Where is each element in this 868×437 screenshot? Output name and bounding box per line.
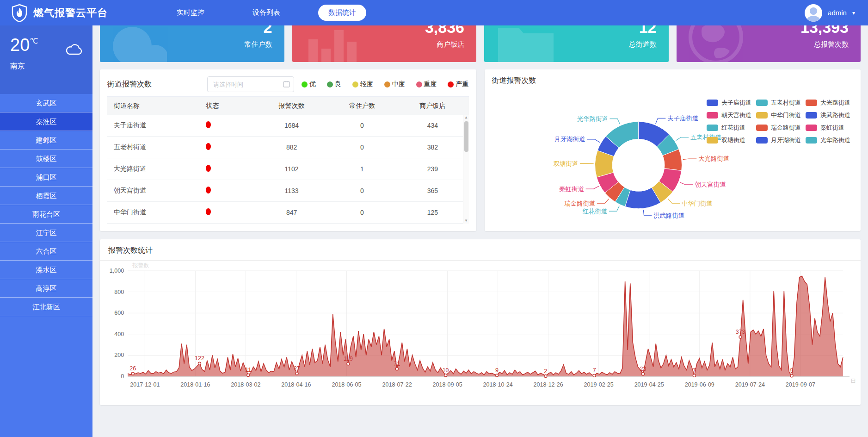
sidebar-item-district[interactable]: 栖霞区 [0, 187, 92, 205]
scroll-down-icon[interactable]: ▼ [463, 218, 469, 224]
donut-legend-item[interactable]: 秦虹街道 [806, 124, 850, 132]
data-point-marker[interactable] [693, 374, 696, 377]
scrollbar-thumb[interactable] [464, 121, 468, 152]
data-point-marker[interactable] [593, 374, 596, 377]
y-axis-tick-label: 0 [121, 373, 124, 380]
sidebar-item-district[interactable]: 浦口区 [0, 168, 92, 187]
data-point-marker[interactable] [544, 375, 547, 378]
alarm-status-dot [206, 143, 211, 150]
alarm-status-dot [206, 187, 211, 194]
donut-legend-item[interactable]: 月牙湖街道 [756, 136, 801, 144]
donut-legend-item[interactable]: 洪武路街道 [806, 111, 850, 119]
nav-item-1[interactable]: 设备列表 [242, 5, 290, 21]
residents-cell: 0 [328, 209, 396, 216]
data-point-label: 119 [344, 356, 353, 362]
user-avatar[interactable] [805, 4, 822, 22]
alarm-status-dot [206, 165, 211, 172]
street-name-cell: 五老村街道 [107, 143, 201, 151]
user-area[interactable]: admin ▾ [805, 4, 868, 22]
donut-legend-item[interactable]: 五老村街道 [756, 99, 801, 107]
sidebar-item-district[interactable]: 雨花台区 [0, 205, 92, 224]
status-legend-label: 轻度 [360, 80, 373, 88]
table-row[interactable]: 大光路街道11021239 [107, 158, 469, 180]
alarm-trend-area-chart[interactable]: 02004006008001,0002017-12-012018-01-1620… [104, 262, 856, 396]
data-point-marker[interactable] [198, 362, 201, 365]
x-axis-tick-label: 2017-12-01 [130, 381, 160, 388]
nav-item-2[interactable]: 数据统计 [318, 5, 366, 21]
legend-swatch-icon [756, 100, 768, 106]
donut-legend-item[interactable]: 瑞金路街道 [756, 124, 801, 132]
street-name-cell: 朝天宫街道 [107, 187, 201, 195]
donut-legend-label: 大光路街道 [820, 99, 850, 107]
app-title: 燃气报警云平台 [33, 6, 108, 20]
donut-legend-item[interactable]: 夫子庙街道 [707, 99, 751, 107]
donut-legend-item[interactable]: 大光路街道 [806, 99, 850, 107]
donut-legend-label: 夫子庙街道 [721, 99, 751, 107]
data-point-marker[interactable] [641, 373, 644, 375]
area-fill [128, 276, 843, 376]
table-row[interactable]: 五老村街道8820382 [107, 137, 469, 158]
trend-panel-title: 报警次数统计 [108, 246, 153, 254]
status-dot-icon [384, 81, 390, 87]
merchants-cell: 382 [396, 144, 468, 151]
sidebar-item-district[interactable]: 鼓楼区 [0, 150, 92, 168]
y-axis-tick-label: 800 [114, 289, 124, 295]
donut-callout-line [609, 119, 620, 125]
data-point-marker[interactable] [444, 374, 447, 377]
city-label: 南京 [10, 62, 82, 71]
sidebar-item-district[interactable]: 江宁区 [0, 224, 92, 242]
legend-swatch-icon [806, 100, 817, 106]
status-legend-label: 重度 [424, 80, 437, 88]
sidebar-item-district[interactable]: 六合区 [0, 242, 92, 261]
merchants-cell: 239 [396, 165, 468, 173]
donut-legend-item[interactable]: 朝天宫街道 [707, 111, 751, 119]
sidebar-item-district[interactable]: 高淳区 [0, 279, 92, 298]
sidebar-item-district[interactable]: 溧水区 [0, 261, 92, 279]
alarm-status-dot [206, 208, 211, 215]
table-row[interactable]: 中华门街道8470125 [107, 202, 469, 224]
logo-shield-flame-icon [11, 4, 28, 22]
status-legend-label: 中度 [392, 80, 405, 88]
calendar-icon[interactable] [283, 81, 290, 89]
donut-callout-label: 洪武路街道 [653, 212, 684, 219]
donut-callout-line [587, 139, 600, 143]
donut-legend-item[interactable]: 双塘街道 [707, 136, 751, 144]
x-axis-tick-label: 2018-04-16 [281, 381, 311, 388]
status-legend-label: 良 [335, 80, 341, 88]
data-point-marker[interactable] [131, 372, 134, 375]
status-cell [201, 121, 255, 130]
donut-legend-item[interactable]: 中华门街道 [756, 111, 801, 119]
stat-card-label: 常住户数 [245, 40, 272, 49]
donut-legend-item[interactable]: 光华路街道 [806, 136, 850, 144]
sidebar-item-district[interactable]: 秦淮区 [0, 112, 92, 131]
data-point-marker[interactable] [295, 372, 298, 375]
data-point-marker[interactable] [739, 336, 742, 338]
data-point-marker[interactable] [247, 374, 250, 376]
donut-callout-label: 中华门街道 [681, 200, 712, 207]
alarm-count-cell: 1133 [255, 187, 327, 194]
sidebar: 20 ℃ 南京 玄武区秦淮区建邺区鼓楼区浦口区栖霞区雨花台区江宁区六合区溧水区高… [0, 25, 92, 437]
y-axis-tick-label: 400 [114, 331, 124, 337]
nav-item-0[interactable]: 实时监控 [166, 5, 215, 21]
x-axis-tick-label: 2018-06-05 [332, 381, 361, 388]
data-point-marker[interactable] [495, 374, 498, 377]
data-point-marker[interactable] [395, 368, 398, 370]
donut-callout-line [676, 137, 689, 140]
data-point-marker[interactable] [347, 362, 350, 365]
donut-legend-item[interactable]: 红花街道 [707, 124, 751, 132]
data-point-label: 71 [394, 361, 400, 367]
date-picker-input[interactable] [207, 76, 294, 92]
data-point-label: 7 [693, 367, 696, 374]
legend-swatch-icon [806, 125, 817, 131]
data-point-marker[interactable] [790, 375, 793, 377]
status-cell [201, 165, 255, 173]
sidebar-item-district[interactable]: 玄武区 [0, 94, 92, 112]
table-row[interactable]: 夫子庙街道16840434 [107, 115, 469, 137]
scroll-up-icon[interactable]: ▲ [463, 115, 469, 120]
table-scrollbar[interactable]: ▲ ▼ [463, 115, 469, 224]
sidebar-item-district[interactable]: 建邺区 [0, 131, 92, 150]
table-row[interactable]: 朝天宫街道11330365 [107, 180, 469, 202]
sidebar-item-district[interactable]: 江北新区 [0, 298, 92, 316]
chevron-down-icon[interactable]: ▾ [852, 10, 855, 16]
legend-swatch-icon [806, 137, 817, 144]
